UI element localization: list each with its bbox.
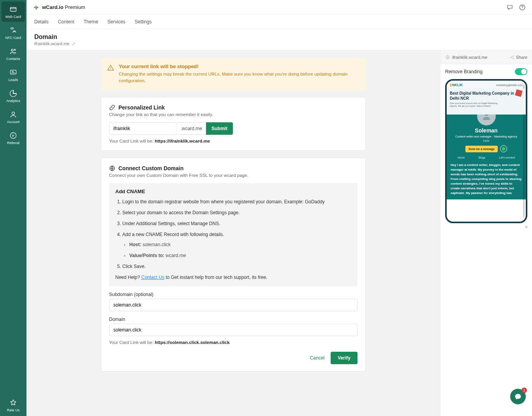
svg-point-10 — [511, 57, 511, 58]
sidebar-item-referral[interactable]: Referral — [2, 128, 25, 148]
slug-input[interactable] — [109, 123, 176, 134]
sidebar-item-rate[interactable]: Rate Us — [2, 395, 25, 415]
branding-toggle[interactable] — [515, 68, 527, 75]
sidebar-item-label: Account — [7, 120, 20, 124]
preview-name: Soleman — [451, 127, 522, 134]
share-button[interactable]: Share — [510, 55, 527, 60]
close-preview-button[interactable]: ✕ — [440, 223, 532, 230]
custom-heading: Connect Custom Domain — [118, 165, 183, 171]
preview-hero-sub: Give your brand a boost with our Digital… — [450, 102, 504, 108]
svg-point-12 — [513, 58, 514, 59]
custom-sub: Connect your own Custom Domain with Free… — [109, 173, 358, 178]
analytics-icon — [9, 90, 17, 97]
cname-step-2: Select your domain to access the Domain … — [122, 209, 351, 216]
account-icon — [9, 111, 17, 118]
content-wrap: Your current link will be stopped! Chang… — [26, 50, 532, 416]
contacts-icon — [9, 48, 17, 55]
branding-label: Remove Branding — [445, 69, 483, 74]
card-icon — [9, 5, 17, 13]
preview-hero-title: Best Digital Marketing Company in Delhi … — [450, 91, 515, 101]
sidebar-item-account[interactable]: Account — [2, 107, 25, 127]
tab-details[interactable]: Details — [34, 15, 49, 28]
cname-host: Host: soleman.click — [129, 241, 351, 248]
star-icon — [9, 399, 17, 407]
preview-panel: ifrainklik.wcard.me Share Remove Brandin… — [440, 50, 532, 416]
result-note: Your Card Link will be: https://soleman.… — [109, 340, 358, 345]
sidebar-item-label: Rate Us — [7, 408, 20, 412]
cname-title: Add CNAME — [115, 189, 351, 194]
preview-url: ifrainklik.wcard.me — [452, 55, 487, 60]
contact-link[interactable]: Contact Us — [141, 275, 164, 280]
svg-point-3 — [14, 49, 16, 50]
link-note: Your Card Link will be: https://ifrainkl… — [109, 139, 358, 143]
share-icon — [510, 55, 514, 60]
sidebar-item-label: Leads — [9, 78, 18, 82]
alert-icon — [107, 64, 114, 71]
cname-step-4: Add a new CNAME Record with following de… — [122, 231, 351, 259]
branding-row: Remove Branding — [440, 64, 532, 79]
content-area: Your current link will be stopped! Chang… — [26, 50, 440, 416]
preview-topright: marketing@inklik.com — [496, 84, 523, 86]
preview-bio: Hey i am a content writer, blogger, and … — [451, 163, 522, 196]
preview-nav: Home Blogs Let's connect — [451, 156, 522, 159]
page-header: Domain ifrainklik.wcard.me — [26, 29, 532, 50]
cube-icon — [515, 89, 523, 97]
svg-rect-0 — [11, 7, 16, 11]
sidebar-item-leads[interactable]: Leads — [2, 65, 25, 85]
sidebar-item-label: Referral — [7, 141, 19, 145]
subdomain-label: Subdomain (optional) — [109, 292, 358, 297]
preview-loc: Delhi — [451, 139, 522, 142]
preview-cta[interactable]: Send me a message — [465, 146, 498, 152]
personalized-sub: Change your link so that you can remembe… — [109, 112, 358, 117]
referral-icon — [9, 132, 17, 139]
chat-fab[interactable]: 1 — [510, 389, 526, 404]
warning-title: Your current link will be stopped! — [119, 63, 359, 69]
edit-icon[interactable] — [72, 41, 76, 46]
brand-tier: Premium — [65, 4, 85, 10]
help-icon[interactable] — [519, 4, 526, 11]
whatsapp-icon[interactable] — [500, 145, 507, 152]
tab-content[interactable]: Content — [58, 15, 74, 28]
warning-text: Changing the settings may break the curr… — [119, 71, 359, 85]
cancel-button[interactable]: Cancel — [310, 355, 324, 361]
verify-button[interactable]: Verify — [331, 352, 358, 364]
page-url: ifrainklik.wcard.me — [34, 41, 69, 46]
globe-icon — [109, 165, 115, 171]
app-sidebar: Web Card NFC Card Contacts Leads Analyti… — [0, 0, 26, 416]
custom-domain-card: Connect Custom Domain Connect your own C… — [101, 158, 366, 372]
preview-hero: Best Digital Marketing Company in Delhi … — [447, 88, 526, 115]
preview-bar: ifrainklik.wcard.me Share — [440, 50, 532, 64]
chat-bubble-icon — [514, 393, 521, 400]
svg-point-11 — [513, 56, 514, 56]
submit-button[interactable]: Submit — [206, 122, 233, 135]
cname-value: Value/Points to: wcard.me — [129, 252, 351, 259]
tab-settings[interactable]: Settings — [135, 15, 151, 28]
chat-badge: 1 — [521, 388, 527, 393]
sidebar-item-contacts[interactable]: Contacts — [2, 44, 25, 64]
tab-services[interactable]: Services — [107, 15, 125, 28]
preview-role: Content writer and manager - Marketing a… — [451, 135, 522, 139]
sidebar-item-webcard[interactable]: Web Card — [2, 2, 25, 22]
svg-point-5 — [12, 112, 15, 115]
personalized-heading: Personalized Link — [118, 104, 165, 111]
page-title: Domain — [34, 33, 524, 41]
domain-input[interactable] — [109, 324, 358, 336]
brand: wCard.io Premium — [33, 4, 85, 11]
chat-icon[interactable] — [506, 4, 513, 11]
sidebar-item-analytics[interactable]: Analytics — [2, 86, 25, 106]
sidebar-item-label: Analytics — [6, 99, 20, 103]
topbar: wCard.io Premium — [26, 0, 532, 15]
warning-box: Your current link will be stopped! Chang… — [101, 58, 366, 90]
page-url-row: ifrainklik.wcard.me — [34, 41, 524, 46]
main-area: wCard.io Premium Details Content Theme S… — [26, 0, 532, 416]
sidebar-item-nfc[interactable]: NFC Card — [2, 23, 25, 43]
cname-step-1: Login to the domain registrar website fr… — [122, 198, 351, 205]
tab-theme[interactable]: Theme — [84, 15, 98, 28]
tabs: Details Content Theme Services Settings — [26, 15, 532, 29]
svg-rect-4 — [11, 70, 16, 74]
cname-step-5: Click Save. — [122, 263, 351, 270]
sidebar-item-label: Contacts — [6, 57, 20, 61]
cname-step-3: Under Additional Settings, select Manage… — [122, 220, 351, 227]
subdomain-input[interactable] — [109, 299, 358, 311]
globe-small-icon — [445, 55, 450, 60]
